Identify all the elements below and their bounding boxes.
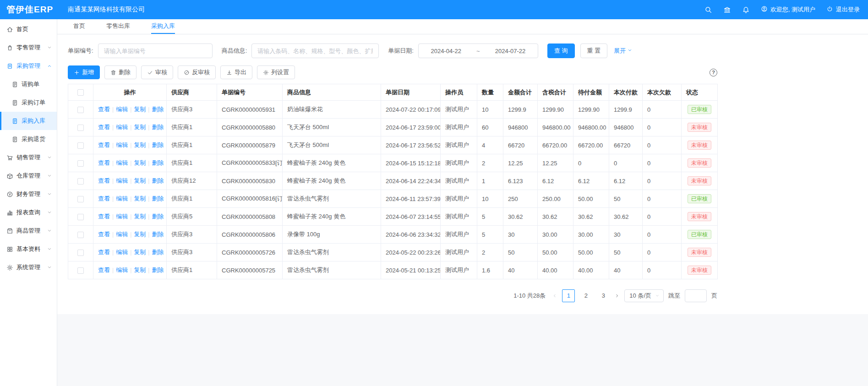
row-action-delete[interactable]: 删除	[152, 177, 164, 184]
row-checkbox[interactable]	[77, 196, 84, 202]
sidebar-item-finance[interactable]: 财务管理	[0, 185, 57, 203]
date-range-picker[interactable]: 2024-04-22 ~ 2024-07-22	[418, 43, 538, 58]
row-action-copy[interactable]: 复制	[134, 124, 146, 130]
row-checkbox[interactable]	[77, 214, 84, 220]
row-action-view[interactable]: 查看	[98, 106, 110, 113]
bell-icon[interactable]	[742, 6, 750, 14]
row-action-delete[interactable]: 删除	[152, 195, 164, 202]
row-action-view[interactable]: 查看	[98, 231, 110, 238]
row-action-view[interactable]: 查看	[98, 159, 110, 166]
sidebar-subitem-purchase-request[interactable]: 请购单	[0, 75, 57, 93]
row-action-delete[interactable]: 删除	[152, 266, 164, 273]
tab-purchase-inbound[interactable]: 采购入库	[151, 19, 175, 34]
product-info-input[interactable]	[251, 43, 379, 58]
row-action-edit[interactable]: 编辑	[116, 231, 128, 238]
row-action-copy[interactable]: 复制	[134, 266, 146, 273]
row-action-delete[interactable]: 删除	[152, 231, 164, 238]
row-action-view[interactable]: 查看	[98, 213, 110, 220]
sidebar-item-warehouse[interactable]: 仓库管理	[0, 167, 57, 185]
page-button-1[interactable]: 1	[562, 289, 575, 302]
tab-retail-outbound[interactable]: 零售出库	[106, 19, 130, 34]
action-separator: |	[148, 178, 149, 184]
column-settings-button[interactable]: 列设置	[257, 65, 295, 79]
row-action-delete[interactable]: 删除	[152, 159, 164, 166]
sidebar-item-goods[interactable]: 商品管理	[0, 222, 57, 240]
sidebar-item-retail[interactable]: 零售管理	[0, 38, 57, 57]
row-action-view[interactable]: 查看	[98, 249, 110, 256]
row-action-edit[interactable]: 编辑	[116, 106, 128, 113]
row-action-view[interactable]: 查看	[98, 177, 110, 184]
row-action-copy[interactable]: 复制	[134, 231, 146, 238]
next-page-button[interactable]	[614, 293, 620, 299]
row-action-delete[interactable]: 删除	[152, 213, 164, 220]
row-action-view[interactable]: 查看	[98, 141, 110, 148]
row-checkbox[interactable]	[77, 267, 84, 274]
search-icon[interactable]	[704, 6, 712, 14]
row-action-delete[interactable]: 删除	[152, 249, 164, 256]
row-action-copy[interactable]: 复制	[134, 213, 146, 220]
row-action-copy[interactable]: 复制	[134, 177, 146, 184]
export-button[interactable]: 导出	[220, 65, 252, 79]
sidebar-subitem-purchase-order[interactable]: 采购订单	[0, 93, 57, 112]
jump-page-input[interactable]	[685, 289, 707, 302]
reset-button[interactable]: 重 置	[580, 43, 608, 58]
expand-link[interactable]: 展开	[614, 47, 633, 55]
doc-no-input[interactable]	[98, 43, 213, 58]
sidebar-subitem-purchase-return[interactable]: 采购退货	[0, 130, 57, 148]
sidebar-item-system[interactable]: 系统管理	[0, 258, 57, 277]
user-menu[interactable]: 欢迎您, 测试用户	[761, 5, 815, 14]
row-action-edit[interactable]: 编辑	[116, 195, 128, 202]
row-action-edit[interactable]: 编辑	[116, 266, 128, 273]
prev-page-button[interactable]	[552, 293, 557, 299]
row-action-edit[interactable]: 编辑	[116, 177, 128, 184]
row-action-copy[interactable]: 复制	[134, 159, 146, 166]
row-action-edit[interactable]: 编辑	[116, 213, 128, 220]
sidebar-item-home[interactable]: 首页	[0, 20, 57, 38]
row-checkbox[interactable]	[77, 250, 84, 256]
sidebar-item-reports[interactable]: 报表查询	[0, 203, 57, 222]
sidebar-item-basic-data[interactable]: 基本资料	[0, 240, 57, 258]
audit-button[interactable]: 审核	[141, 65, 173, 79]
row-action-delete[interactable]: 删除	[152, 141, 164, 148]
row-checkbox[interactable]	[77, 142, 84, 149]
cell-checkbox	[68, 226, 93, 244]
row-action-view[interactable]: 查看	[98, 266, 110, 273]
sidebar-item-sales[interactable]: 销售管理	[0, 148, 57, 167]
row-action-edit[interactable]: 编辑	[116, 141, 128, 148]
row-checkbox[interactable]	[77, 125, 84, 131]
app-logo[interactable]: 管伊佳ERP	[6, 4, 58, 16]
help-icon[interactable]	[710, 69, 717, 76]
row-checkbox[interactable]	[77, 160, 84, 167]
row-action-edit[interactable]: 编辑	[116, 249, 128, 256]
row-checkbox[interactable]	[77, 178, 84, 185]
row-checkbox[interactable]	[77, 232, 84, 238]
row-action-copy[interactable]: 复制	[134, 106, 146, 113]
row-action-view[interactable]: 查看	[98, 124, 110, 130]
user-circle-icon	[761, 5, 768, 14]
tab-home[interactable]: 首页	[73, 19, 85, 34]
row-checkbox[interactable]	[77, 107, 84, 113]
add-button[interactable]: 新增	[68, 65, 100, 79]
row-action-copy[interactable]: 复制	[134, 141, 146, 148]
row-action-delete[interactable]: 删除	[152, 106, 164, 113]
col-amount: 金额合计	[503, 84, 538, 101]
row-action-edit[interactable]: 编辑	[116, 159, 128, 166]
select-all-checkbox[interactable]	[77, 89, 84, 96]
sidebar-item-purchase[interactable]: 采购管理	[0, 57, 57, 75]
warehouse-icon	[6, 173, 13, 179]
cell-qty: 2	[477, 244, 503, 261]
unaudit-button[interactable]: 反审核	[178, 65, 216, 79]
delete-button[interactable]: 删除	[104, 65, 136, 79]
bank-icon[interactable]	[723, 6, 731, 14]
sidebar-subitem-purchase-inbound[interactable]: 采购入库	[0, 112, 57, 130]
search-button[interactable]: 查 询	[547, 43, 575, 58]
page-size-select[interactable]: 10 条/页	[624, 289, 664, 302]
logout-button[interactable]: 退出登录	[826, 5, 860, 14]
row-action-delete[interactable]: 删除	[152, 124, 164, 130]
row-action-edit[interactable]: 编辑	[116, 124, 128, 130]
row-action-view[interactable]: 查看	[98, 195, 110, 202]
row-action-copy[interactable]: 复制	[134, 249, 146, 256]
page-button-3[interactable]: 3	[597, 289, 610, 302]
page-button-2[interactable]: 2	[579, 289, 592, 302]
row-action-copy[interactable]: 复制	[134, 195, 146, 202]
